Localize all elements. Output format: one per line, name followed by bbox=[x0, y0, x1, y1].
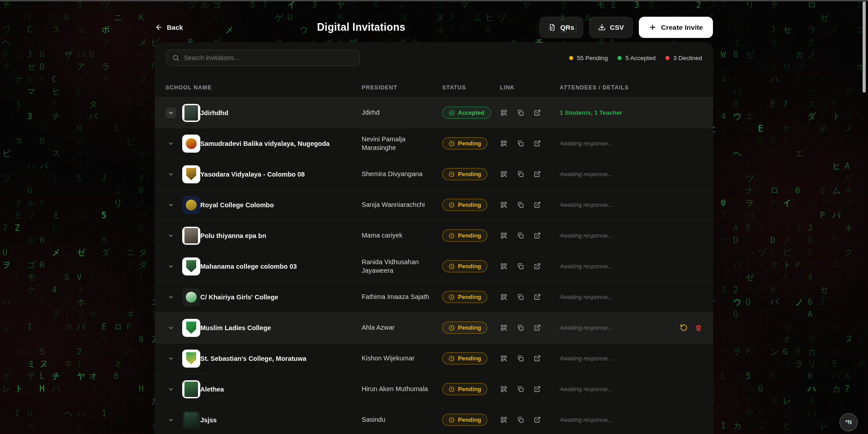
expand-button[interactable] bbox=[165, 322, 176, 333]
school-emblem bbox=[186, 168, 196, 180]
search-input[interactable] bbox=[184, 54, 354, 61]
open-link-button[interactable] bbox=[533, 324, 541, 331]
floating-shortcut-button[interactable]: *N bbox=[840, 413, 858, 431]
table-row[interactable]: Samudradevi Balika vidyalaya, Nugegoda N… bbox=[155, 128, 713, 159]
open-link-button[interactable] bbox=[533, 232, 541, 239]
open-link-button[interactable] bbox=[533, 170, 541, 178]
table-row[interactable]: St. Sebastian’s College, Moratuwa Kishon… bbox=[155, 343, 713, 374]
expand-button[interactable] bbox=[165, 384, 176, 395]
qr-code-button[interactable] bbox=[500, 416, 508, 424]
clock-icon bbox=[448, 171, 455, 177]
open-link-button[interactable] bbox=[533, 140, 541, 147]
copy-link-button[interactable] bbox=[517, 355, 524, 362]
open-link-button[interactable] bbox=[533, 385, 541, 393]
qr-code-button[interactable] bbox=[500, 324, 508, 331]
clock-icon bbox=[448, 202, 455, 208]
create-invite-button[interactable]: Create Invite bbox=[639, 17, 713, 38]
expand-button[interactable] bbox=[165, 230, 176, 241]
table-row[interactable]: Jsjss Sasindu Pending bbox=[155, 405, 713, 434]
details-text: Awaiting response... bbox=[560, 140, 663, 147]
qr-code-button[interactable] bbox=[500, 262, 508, 270]
external-link-icon bbox=[533, 201, 541, 209]
open-link-button[interactable] bbox=[533, 355, 541, 362]
expand-button[interactable] bbox=[165, 107, 176, 118]
qr-code-button[interactable] bbox=[500, 140, 508, 147]
president-name: Ahla Azwar bbox=[362, 323, 442, 331]
school-name: Royal College Colombo bbox=[200, 201, 362, 209]
table-row[interactable]: Yasodara Vidyalaya - Colombo 08 Shemira … bbox=[155, 159, 713, 190]
open-link-button[interactable] bbox=[533, 262, 541, 270]
expand-button[interactable] bbox=[165, 169, 176, 180]
school-logo bbox=[182, 104, 200, 122]
copy-link-button[interactable] bbox=[517, 385, 524, 393]
open-link-button[interactable] bbox=[533, 201, 541, 209]
school-name: Muslim Ladies College bbox=[200, 324, 362, 331]
table-row[interactable]: Alethea Hirun Aken Muthumala Pending bbox=[155, 374, 713, 405]
search-box[interactable] bbox=[166, 50, 360, 66]
csv-button[interactable]: CSV bbox=[589, 17, 633, 38]
status-cell: Pending bbox=[442, 291, 500, 303]
table-row[interactable]: Jdirhdhd Jdirhd Accepted bbox=[155, 98, 713, 128]
president-name: Nevini Pamalja Marasinghe bbox=[362, 135, 442, 151]
table-row[interactable]: Polu thiyanna epa bn Mama cariyek Pendin… bbox=[155, 220, 713, 251]
table-row[interactable]: Mahanama college colombo 03 Ranida Vidhu… bbox=[155, 251, 713, 282]
qr-code-button[interactable] bbox=[500, 109, 508, 117]
chevron-down-icon bbox=[168, 140, 174, 147]
school-emblem bbox=[186, 200, 197, 210]
status-cell: Pending bbox=[442, 322, 500, 334]
expand-button[interactable] bbox=[165, 353, 176, 364]
qrs-button[interactable]: QRs bbox=[539, 17, 583, 38]
csv-label: CSV bbox=[610, 23, 624, 31]
copy-link-button[interactable] bbox=[517, 201, 524, 209]
qr-code-button[interactable] bbox=[500, 293, 508, 301]
qr-code-icon bbox=[500, 385, 508, 393]
qr-code-button[interactable] bbox=[500, 385, 508, 393]
table-row[interactable]: C/ Khairiya Girls' College Fathima Imaaz… bbox=[155, 282, 713, 313]
back-label: Back bbox=[167, 23, 183, 31]
copy-link-button[interactable] bbox=[517, 324, 524, 331]
expand-button[interactable] bbox=[165, 200, 176, 210]
status-label: Pending bbox=[458, 386, 481, 392]
qr-code-icon bbox=[500, 416, 508, 424]
copy-link-button[interactable] bbox=[517, 262, 524, 270]
chevron-down-icon bbox=[168, 202, 174, 208]
school-logo bbox=[182, 288, 200, 306]
status-dot-icon bbox=[618, 56, 622, 60]
copy-link-button[interactable] bbox=[517, 293, 524, 301]
open-link-button[interactable] bbox=[533, 293, 541, 301]
copy-icon bbox=[517, 416, 524, 424]
legend-item: 55 Pending bbox=[569, 55, 608, 61]
copy-link-button[interactable] bbox=[517, 109, 524, 117]
qr-code-button[interactable] bbox=[500, 170, 508, 178]
external-link-icon bbox=[533, 262, 541, 270]
status-label: Pending bbox=[458, 201, 481, 208]
table-row[interactable]: Muslim Ladies College Ahla Azwar Pending bbox=[155, 313, 713, 343]
copy-link-button[interactable] bbox=[517, 140, 524, 147]
qr-code-button[interactable] bbox=[500, 355, 508, 362]
expand-button[interactable] bbox=[165, 292, 176, 303]
school-name: Yasodara Vidyalaya - Colombo 08 bbox=[200, 171, 362, 178]
scrollbar-thumb[interactable] bbox=[863, 1, 866, 93]
expand-button[interactable] bbox=[165, 138, 176, 149]
copy-icon bbox=[517, 262, 524, 270]
copy-link-button[interactable] bbox=[517, 416, 524, 424]
open-link-button[interactable] bbox=[533, 416, 541, 424]
resend-button[interactable] bbox=[680, 324, 688, 331]
expand-button[interactable] bbox=[165, 261, 176, 272]
delete-button[interactable] bbox=[695, 324, 702, 331]
president-name: Shemira Divyangana bbox=[362, 170, 442, 178]
school-name: Polu thiyanna epa bn bbox=[200, 232, 362, 239]
external-link-icon bbox=[533, 355, 541, 362]
copy-link-button[interactable] bbox=[517, 170, 524, 178]
open-link-button[interactable] bbox=[533, 109, 541, 117]
school-emblem bbox=[186, 292, 197, 303]
back-button[interactable]: Back bbox=[155, 23, 183, 31]
qr-code-button[interactable] bbox=[500, 201, 508, 209]
copy-link-button[interactable] bbox=[517, 232, 524, 239]
status-label: Pending bbox=[458, 140, 481, 147]
expand-button[interactable] bbox=[165, 415, 176, 425]
page-scrollbar[interactable] bbox=[862, 0, 867, 434]
table-row[interactable]: Royal College Colombo Sanija Wanniarachc… bbox=[155, 190, 713, 220]
chevron-down-icon bbox=[168, 355, 174, 362]
qr-code-button[interactable] bbox=[500, 232, 508, 239]
